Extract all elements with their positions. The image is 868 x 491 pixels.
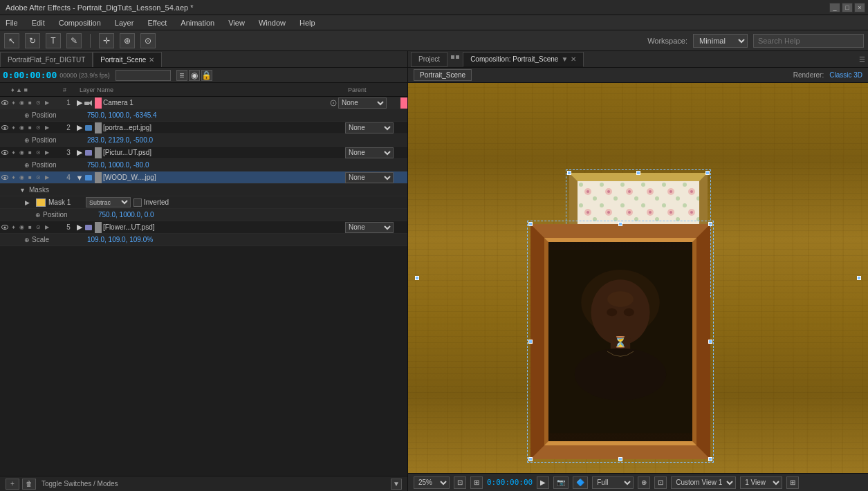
maximize-button[interactable]: □ bbox=[842, 3, 853, 12]
tab-comp-arrow[interactable]: ▼ bbox=[561, 55, 568, 63]
mask-1-inverted-checkbox[interactable] bbox=[133, 198, 142, 207]
view-select[interactable]: Custom View 1 Active Camera Front Top bbox=[671, 476, 736, 489]
position-value-2[interactable]: 283.0, 2129.0, -500.0 bbox=[87, 136, 153, 144]
tab-portrait-flat[interactable]: PortraitFlat_For_DIGTUT bbox=[0, 52, 93, 67]
sw-3-5[interactable]: ▶ bbox=[43, 149, 50, 156]
sw-4-3[interactable]: ■ bbox=[26, 174, 34, 181]
workspace-dropdown[interactable]: Minimal Standard All Panels bbox=[693, 34, 748, 48]
sw-2-5[interactable]: ▶ bbox=[43, 124, 50, 131]
fit-view-button[interactable]: ⊡ bbox=[454, 476, 466, 489]
layer-3-visibility[interactable] bbox=[0, 148, 10, 158]
quality-icon[interactable]: ⊕ bbox=[638, 476, 650, 489]
layout-select[interactable]: 1 View 2 Views 4 Views bbox=[740, 476, 782, 489]
menu-layer[interactable]: Layer bbox=[112, 17, 137, 28]
menu-composition[interactable]: Composition bbox=[56, 17, 104, 28]
mask-1-expand[interactable]: ▶ bbox=[25, 199, 33, 206]
menu-effect[interactable]: Effect bbox=[145, 17, 169, 28]
tab-comp-close[interactable]: ✕ bbox=[571, 55, 576, 63]
comp-time-display[interactable]: 0:00:00:00 bbox=[487, 478, 533, 487]
sw-4-5[interactable]: ▶ bbox=[43, 174, 50, 181]
layer-row-2[interactable]: ♦ ◉ ■ ⊙ ▶ 2 ▶ [portra...ept.jpg] None bbox=[0, 122, 407, 134]
search-input[interactable] bbox=[753, 34, 864, 48]
layer-row-4[interactable]: ♦ ◉ ■ ⊙ ▶ 4 ▼ [WOOD_W....jpg] None bbox=[0, 172, 407, 184]
menu-help[interactable]: Help bbox=[297, 17, 318, 28]
sw-1-2[interactable]: ◉ bbox=[18, 99, 26, 106]
layer-2-expand[interactable]: ▶ bbox=[75, 123, 84, 132]
sw-1-1[interactable]: ♦ bbox=[10, 99, 17, 106]
sw-1-4[interactable]: ⊙ bbox=[35, 99, 42, 106]
layer-3-parent[interactable]: None bbox=[345, 147, 407, 158]
sw-5-5[interactable]: ▶ bbox=[43, 223, 50, 231]
sw-2-1[interactable]: ♦ bbox=[10, 124, 17, 131]
sw-1-5[interactable]: ▶ bbox=[43, 99, 50, 106]
window-controls[interactable]: _ □ × bbox=[829, 3, 865, 12]
sw-3-1[interactable]: ♦ bbox=[10, 149, 17, 156]
mask-pos-value[interactable]: 750.0, 1000.0, 0.0 bbox=[98, 211, 154, 219]
pen-tool[interactable]: ✎ bbox=[66, 33, 82, 48]
layer-1-expand[interactable]: ▶ bbox=[75, 98, 84, 107]
delete-item-button[interactable]: 🗑 bbox=[22, 479, 36, 490]
layer-3-parent-select[interactable]: None bbox=[345, 147, 394, 158]
tab-portrait-scene[interactable]: Portrait_Scene ✕ bbox=[93, 52, 162, 67]
select-tool[interactable]: ↖ bbox=[4, 33, 19, 48]
quality-select[interactable]: Full Half Quarter bbox=[592, 476, 634, 489]
tab-composition[interactable]: Composition: Portrait_Scene ▼ ✕ bbox=[463, 52, 584, 67]
layer-row-1[interactable]: ♦ ◉ ■ ⊙ ▶ 1 ▶ Camera 1 None bbox=[0, 97, 407, 109]
layer-4-parent-select[interactable]: None bbox=[345, 172, 394, 183]
expand-button[interactable]: ⊞ bbox=[786, 476, 799, 489]
comp-canvas[interactable]: Custom View 1 bbox=[408, 83, 868, 473]
3d-button[interactable]: 🔷 bbox=[573, 476, 588, 489]
layer-5-parent-select[interactable]: None bbox=[345, 222, 394, 233]
play-button[interactable]: ▶ bbox=[537, 476, 549, 489]
layer-5-parent[interactable]: None bbox=[345, 222, 407, 233]
layer-4-visibility[interactable] bbox=[0, 173, 10, 183]
sw-1-3[interactable]: ■ bbox=[26, 99, 34, 106]
move-tool[interactable]: ✛ bbox=[99, 33, 114, 48]
channel-icon[interactable]: ⊡ bbox=[654, 476, 667, 489]
layer-2-visibility[interactable] bbox=[0, 123, 10, 133]
sw-2-2[interactable]: ◉ bbox=[18, 124, 26, 131]
sw-5-2[interactable]: ◉ bbox=[18, 223, 26, 231]
minimize-button[interactable]: _ bbox=[829, 3, 840, 12]
solo-icon[interactable]: ◉ bbox=[189, 70, 200, 81]
layer-row-5[interactable]: ♦ ◉ ■ ⊙ ▶ 5 ▶ [Flower...UT.psd] None bbox=[0, 221, 407, 234]
layer-4-parent[interactable]: None bbox=[345, 172, 407, 183]
layer-search[interactable] bbox=[116, 70, 171, 81]
layer-2-parent[interactable]: None bbox=[345, 122, 407, 133]
menu-window[interactable]: Window bbox=[256, 17, 288, 28]
masks-expand[interactable]: ▼ bbox=[19, 187, 28, 194]
scene-tab-portrait[interactable]: Portrait_Scene bbox=[414, 69, 472, 81]
sw-3-3[interactable]: ■ bbox=[26, 149, 34, 156]
mask-1-row[interactable]: ▶ Mask 1 Subtrac None Add Subtract Inter… bbox=[0, 196, 407, 209]
menu-edit[interactable]: Edit bbox=[29, 17, 48, 28]
layer-5-visibility[interactable] bbox=[0, 223, 10, 232]
new-comp-icon[interactable]: ≡ bbox=[176, 70, 187, 81]
text-tool[interactable]: T bbox=[46, 33, 61, 48]
sw-3-2[interactable]: ◉ bbox=[18, 149, 26, 156]
sw-4-4[interactable]: ⊙ bbox=[35, 174, 42, 181]
camera-button[interactable]: 📷 bbox=[553, 476, 569, 489]
sw-3-4[interactable]: ⊙ bbox=[35, 149, 42, 156]
sw-5-3[interactable]: ■ bbox=[26, 223, 34, 231]
sw-4-1[interactable]: ♦ bbox=[10, 174, 17, 181]
safe-area-button[interactable]: ⊞ bbox=[470, 476, 483, 489]
mask-1-mode[interactable]: Subtrac None Add Subtract Intersect bbox=[86, 197, 131, 207]
scale-value-5[interactable]: 109.0, 109.0, 109.0% bbox=[87, 236, 153, 243]
layer-2-parent-select[interactable]: None bbox=[345, 122, 394, 133]
renderer-value[interactable]: Classic 3D bbox=[829, 71, 862, 79]
zoom-tool[interactable]: ⊕ bbox=[120, 33, 135, 48]
sw-4-2[interactable]: ◉ bbox=[18, 174, 26, 181]
zoom-select[interactable]: 25% 50% 100% bbox=[414, 476, 450, 489]
layer-5-expand[interactable]: ▶ bbox=[75, 223, 84, 232]
layer-1-visibility[interactable] bbox=[0, 98, 10, 108]
sw-5-4[interactable]: ⊙ bbox=[35, 223, 42, 231]
lock-icon[interactable]: 🔒 bbox=[201, 70, 212, 81]
layer-4-expand[interactable]: ▼ bbox=[75, 174, 84, 182]
menu-animation[interactable]: Animation bbox=[178, 17, 217, 28]
position-value-1[interactable]: 750.0, 1000.0, -6345.4 bbox=[87, 111, 157, 119]
layer-1-parent[interactable]: None bbox=[338, 98, 400, 109]
collapse-button[interactable]: ▼ bbox=[391, 479, 402, 490]
tab-project[interactable]: Project bbox=[411, 52, 447, 67]
orbit-tool[interactable]: ⊙ bbox=[140, 33, 156, 48]
rotate-tool[interactable]: ↻ bbox=[25, 33, 40, 48]
